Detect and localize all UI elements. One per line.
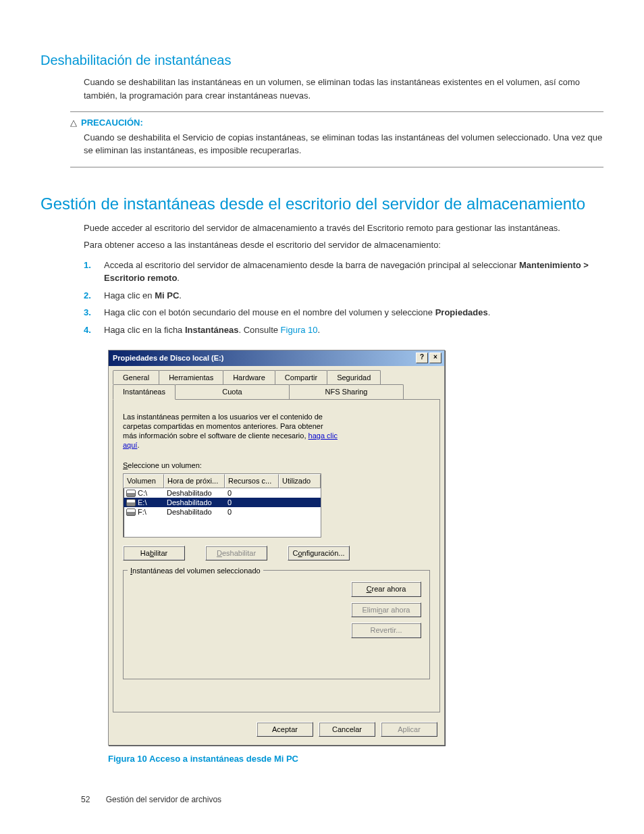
apply-button[interactable]: Aplicar	[381, 722, 437, 737]
step-2: 2. Haga clic en Mi PC.	[84, 289, 603, 303]
section2-para2: Para obtener acceso a las instantáneas d…	[84, 238, 590, 252]
page-footer: 52 Gestión del servidor de archivos	[81, 776, 221, 823]
volume-list[interactable]: Volumen Hora de próxi... Recursos c... U…	[123, 473, 321, 538]
help-button[interactable]: ?	[416, 353, 428, 363]
tab-instantaneas[interactable]: Instantáneas	[113, 384, 176, 400]
close-button[interactable]: ×	[429, 353, 441, 363]
cancel-button[interactable]: Cancelar	[319, 722, 375, 737]
figure-link[interactable]: Figura 10	[281, 325, 318, 335]
ok-button[interactable]: Aceptar	[257, 722, 313, 737]
tabs-row-1: General Herramientas Hardware Compartir …	[113, 370, 440, 385]
tabs-row-2: Instantáneas Cuota NFS Sharing	[113, 384, 440, 399]
step-1: 1. Acceda al escritorio del servidor de …	[84, 259, 603, 285]
section-heading-2: Gestión de instantáneas desde el escrito…	[41, 192, 603, 216]
tab-seguridad[interactable]: Seguridad	[327, 370, 381, 385]
list-header: Volumen Hora de próxi... Recursos c... U…	[124, 474, 321, 488]
caution-label: PRECAUCIÓN:	[81, 116, 143, 130]
tab-hardware[interactable]: Hardware	[223, 370, 275, 385]
tab-nfs[interactable]: NFS Sharing	[289, 384, 404, 399]
tab-compartir[interactable]: Compartir	[275, 370, 327, 385]
step-3: 3. Haga clic con el botón secundario del…	[84, 306, 603, 319]
rule-bottom	[70, 167, 603, 167]
select-volume-label: Seleccione un volumen:	[123, 460, 430, 471]
rule-top	[70, 111, 603, 112]
section1-para: Cuando se deshabilitan las instantáneas …	[84, 76, 590, 102]
tab-description: Las instantáneas permiten a los usuarios…	[123, 412, 339, 450]
col-hora[interactable]: Hora de próxi...	[164, 474, 225, 488]
col-volumen[interactable]: Volumen	[124, 474, 164, 488]
tab-herramientas[interactable]: Herramientas	[159, 370, 223, 385]
drive-icon	[126, 490, 136, 497]
caution-text: Cuando se deshabilita el Servicio de cop…	[84, 132, 602, 156]
create-now-button[interactable]: Crear ahora	[351, 581, 421, 597]
config-button[interactable]: Configuración...	[288, 546, 350, 561]
section-heading-1: Deshabilitación de instantáneas	[41, 50, 603, 70]
tab-content: Las instantáneas permiten a los usuarios…	[113, 399, 440, 712]
revert-button[interactable]: Revertir...	[351, 623, 421, 638]
warning-icon: △	[70, 116, 77, 130]
step-4: 4. Haga clic en la ficha Instantáneas. C…	[84, 323, 603, 337]
list-row-e[interactable]: E:\ Deshabilitado 0	[124, 498, 321, 507]
enable-button[interactable]: Habilitar	[123, 546, 185, 561]
figure-caption: Figura 10 Acceso a instantáneas desde Mi…	[108, 752, 603, 766]
col-utilizado[interactable]: Utilizado	[279, 474, 321, 488]
tab-cuota[interactable]: Cuota	[175, 384, 290, 399]
properties-dialog: Propiedades de Disco local (E:) ? × Gene…	[108, 350, 445, 746]
drive-icon	[126, 509, 136, 516]
chapter-title: Gestión del servidor de archivos	[106, 795, 221, 804]
list-row-f[interactable]: F:\ Deshabilitado 0	[124, 507, 321, 517]
list-empty-space	[124, 517, 321, 537]
titlebar: Propiedades de Disco local (E:) ? ×	[109, 350, 444, 366]
groupbox-title: Instantáneas del volumen seleccionado	[128, 565, 263, 577]
page-number: 52	[81, 795, 90, 804]
tab-general[interactable]: General	[113, 370, 159, 385]
drive-icon	[126, 499, 136, 506]
dialog-title: Propiedades de Disco local (E:)	[111, 353, 223, 364]
section2-para1: Puede acceder al escritorio del servidor…	[84, 221, 590, 235]
snapshots-groupbox: Instantáneas del volumen seleccionado Cr…	[123, 570, 430, 679]
steps-list: 1. Acceda al escritorio del servidor de …	[84, 259, 603, 337]
col-recursos[interactable]: Recursos c...	[225, 474, 279, 488]
delete-now-button[interactable]: Eliminar ahora	[351, 602, 421, 618]
disable-button[interactable]: Deshabilitar	[205, 546, 267, 561]
list-row-c[interactable]: C:\ Deshabilitado 0	[124, 488, 321, 498]
